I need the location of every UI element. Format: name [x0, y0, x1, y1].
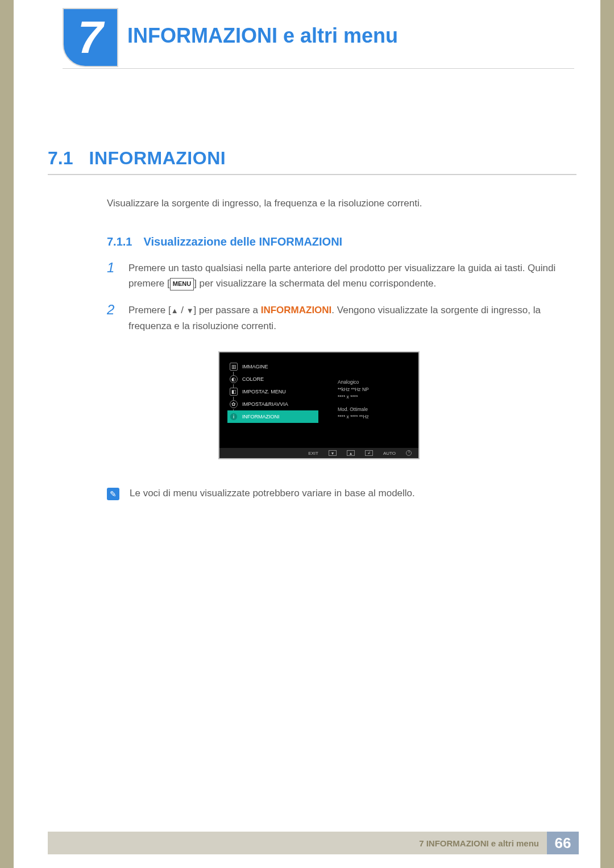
arrow-up-icon: ▲ — [171, 306, 179, 315]
osd-screenshot: ▥ IMMAGINE ◐ COLORE ◧ IMPOSTAZ. MENU ✿ I… — [218, 351, 420, 459]
subsection-number: 7.1.1 — [107, 235, 132, 248]
footer-page-number: 66 — [547, 832, 579, 854]
osd-item-informazioni: i INFORMAZIONI — [227, 410, 318, 423]
osd-enter-icon: ↲ — [365, 450, 373, 456]
menu-button-label: MENU — [170, 278, 194, 290]
osd-item-label: IMPOSTA&RIAVVIA — [242, 401, 288, 407]
osd-info-optimal-value: **** x **** **Hz — [338, 413, 406, 421]
note-text: Le voci di menu visualizzate potrebbero … — [130, 488, 415, 499]
section-underline — [48, 174, 576, 175]
page-footer: 7 INFORMAZIONI e altri menu 66 — [48, 832, 579, 854]
steps-list: 1 Premere un tasto qualsiasi nella parte… — [107, 260, 573, 345]
note-icon: ✎ — [107, 488, 119, 500]
step-text-mid: ] per passare a — [194, 305, 261, 315]
step-number: 1 — [107, 260, 119, 291]
page: 7 INFORMAZIONI e altri menu 7.1 INFORMAZ… — [14, 0, 600, 868]
osd-item-imposta-riavvia: ✿ IMPOSTA&RIAVVIA — [227, 398, 318, 410]
osd-item-label: IMMAGINE — [242, 364, 268, 369]
step-text-pre: Premere [ — [128, 305, 171, 315]
step-2: 2 Premere [▲ / ▼] per passare a INFORMAZ… — [107, 302, 573, 333]
osd-power-icon — [406, 450, 412, 456]
osd-item-immagine: ▥ IMMAGINE — [227, 360, 318, 373]
step-text: Premere un tasto qualsiasi nella parte a… — [128, 260, 573, 291]
step-text-post: ] per visualizzare la schermata del menu… — [194, 278, 436, 289]
osd-footer-auto: AUTO — [383, 451, 396, 456]
osd-down-icon: ▼ — [329, 450, 337, 456]
chapter-underline — [63, 68, 574, 69]
footer-caption: 7 INFORMAZIONI e altri menu — [48, 832, 547, 854]
osd-info-source: Analogico — [338, 379, 406, 386]
subsection-title: Visualizzazione delle INFORMAZIONI — [143, 235, 342, 248]
color-icon: ◐ — [230, 375, 238, 383]
step-1: 1 Premere un tasto qualsiasi nella parte… — [107, 260, 573, 291]
osd-item-label: COLORE — [242, 376, 264, 382]
section-title: INFORMAZIONI — [89, 148, 226, 169]
info-icon: i — [230, 413, 238, 421]
osd-item-colore: ◐ COLORE — [227, 373, 318, 385]
osd-item-label: IMPOSTAZ. MENU — [242, 389, 286, 394]
step-text: Premere [▲ / ▼] per passare a INFORMAZIO… — [128, 302, 573, 333]
osd-up-icon: ▲ — [347, 450, 355, 456]
section-description: Visualizzare la sorgente di ingresso, la… — [107, 198, 422, 209]
osd-menu: ▥ IMMAGINE ◐ COLORE ◧ IMPOSTAZ. MENU ✿ I… — [227, 360, 318, 423]
step-highlight: INFORMAZIONI — [261, 305, 332, 315]
osd-footer-exit: EXIT — [308, 451, 318, 456]
chapter-number: 7 — [78, 15, 103, 60]
section-number: 7.1 — [48, 148, 73, 169]
subsection-heading: 7.1.1 Visualizzazione delle INFORMAZIONI — [107, 235, 342, 248]
menu-settings-icon: ◧ — [230, 388, 238, 396]
osd-info-res: **** x **** — [338, 393, 406, 401]
osd-info-panel: Analogico **kHz **Hz NP **** x **** Mod.… — [338, 379, 406, 421]
osd-info-optimal-label: Mod. Ottimale — [338, 406, 406, 413]
osd-footer: EXIT ▼ ▲ ↲ AUTO — [219, 448, 418, 458]
osd-info-freq: **kHz **Hz NP — [338, 386, 406, 393]
arrow-down-icon: ▼ — [186, 306, 194, 315]
chapter-number-tab: 7 — [63, 8, 118, 67]
chapter-title: INFORMAZIONI e altri menu — [127, 24, 398, 48]
section-heading: 7.1 INFORMAZIONI — [48, 148, 226, 169]
step-number: 2 — [107, 302, 119, 333]
reset-icon: ✿ — [230, 400, 238, 408]
osd-item-impostaz-menu: ◧ IMPOSTAZ. MENU — [227, 385, 318, 398]
note: ✎ Le voci di menu visualizzate potrebber… — [107, 488, 415, 500]
osd-item-label: INFORMAZIONI — [242, 414, 280, 420]
picture-icon: ▥ — [230, 363, 238, 371]
